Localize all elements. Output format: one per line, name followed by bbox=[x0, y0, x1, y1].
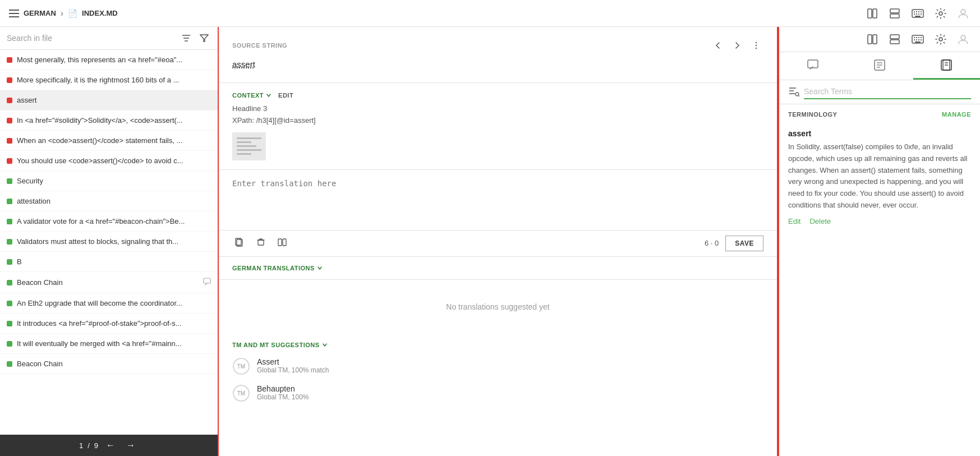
tm-icon: TM bbox=[232, 384, 250, 402]
svg-rect-33 bbox=[868, 35, 872, 44]
translation-input[interactable] bbox=[232, 179, 763, 224]
tm-item[interactable]: TM Behaupten Global TM, 100% bbox=[232, 384, 763, 402]
svg-rect-40 bbox=[918, 37, 919, 38]
status-dot bbox=[7, 239, 12, 245]
breadcrumb-project[interactable]: GERMAN bbox=[24, 9, 56, 17]
settings-button[interactable] bbox=[933, 6, 949, 21]
edit-link[interactable]: EDIT bbox=[278, 92, 293, 99]
list-item[interactable]: Security bbox=[0, 171, 218, 191]
list-item[interactable]: It introduces <a href="#proof-of-stake">… bbox=[0, 314, 218, 334]
context-section: CONTEXT EDIT Headline 3 XPath: /h3[4][@i… bbox=[219, 83, 777, 170]
source-string: assert bbox=[232, 59, 255, 71]
next-page-button[interactable]: → bbox=[123, 439, 139, 452]
prev-page-button[interactable]: ← bbox=[103, 439, 118, 452]
layout-icon2[interactable] bbox=[887, 31, 903, 47]
prev-string-button[interactable] bbox=[711, 38, 725, 53]
terminology-label: TERMINOLOGY bbox=[788, 111, 837, 118]
keyboard-icon2[interactable] bbox=[909, 33, 926, 46]
list-item[interactable]: B bbox=[0, 252, 218, 272]
list-item[interactable]: assert bbox=[0, 90, 218, 110]
tm-label[interactable]: TM AND MT SUGGESTIONS bbox=[232, 342, 763, 348]
breadcrumb-file[interactable]: INDEX.MD bbox=[82, 9, 118, 17]
keyboard-button[interactable] bbox=[909, 7, 926, 20]
right-search-bar bbox=[779, 80, 980, 104]
user-button[interactable] bbox=[955, 6, 971, 21]
list-item[interactable]: Most generally, this represents an <a hr… bbox=[0, 50, 218, 70]
svg-rect-7 bbox=[918, 11, 919, 12]
term-delete-button[interactable]: Delete bbox=[809, 217, 831, 225]
svg-rect-43 bbox=[916, 39, 917, 40]
list-item[interactable]: attestation bbox=[0, 191, 218, 211]
context-line2: XPath: /h3[4][@id=assert] bbox=[232, 115, 763, 127]
svg-text:TM: TM bbox=[237, 363, 245, 370]
svg-point-47 bbox=[939, 38, 942, 41]
terminology-header: TERMINOLOGY MANAGE bbox=[779, 104, 980, 122]
svg-rect-2 bbox=[890, 9, 899, 13]
term-actions: Edit Delete bbox=[788, 217, 971, 225]
next-string-button[interactable] bbox=[730, 38, 744, 53]
tab-comments[interactable] bbox=[779, 52, 846, 80]
layout-icon1[interactable] bbox=[864, 31, 880, 47]
list-item[interactable]: Validators must attest to blocks, signal… bbox=[0, 232, 218, 252]
svg-rect-0 bbox=[868, 9, 872, 18]
list-item[interactable]: A validator vote for a <a href="#beacon-… bbox=[0, 211, 218, 232]
more-options-button[interactable] bbox=[749, 38, 763, 53]
settings-icon2[interactable] bbox=[933, 31, 949, 47]
page-separator: / bbox=[88, 441, 90, 450]
string-text: B bbox=[17, 257, 211, 266]
list-item[interactable]: Beacon Chain bbox=[0, 354, 218, 374]
add-term-button[interactable] bbox=[788, 85, 799, 99]
context-info: Headline 3 XPath: /h3[4][@id=assert] bbox=[232, 103, 763, 127]
search-input[interactable] bbox=[7, 34, 175, 43]
layout2-button[interactable] bbox=[887, 6, 903, 21]
list-item[interactable]: When an <code>assert()</code> statement … bbox=[0, 131, 218, 151]
tab-history[interactable] bbox=[846, 52, 913, 80]
split-button[interactable] bbox=[275, 235, 289, 252]
svg-rect-11 bbox=[918, 13, 919, 15]
clear-button[interactable] bbox=[254, 235, 268, 252]
status-dot bbox=[7, 138, 12, 144]
context-image bbox=[232, 132, 266, 160]
menu-icon[interactable] bbox=[9, 10, 19, 17]
status-dot bbox=[7, 199, 12, 204]
string-list: Most generally, this represents an <a hr… bbox=[0, 50, 218, 435]
comments-tab-icon bbox=[807, 59, 819, 71]
string-text: A validator vote for a <a href="#beacon-… bbox=[17, 217, 211, 225]
img-line bbox=[237, 149, 261, 151]
copy-source-button[interactable] bbox=[232, 235, 247, 252]
filter-button[interactable] bbox=[197, 31, 211, 45]
translations-header: GERMAN TRANSLATIONS bbox=[219, 257, 777, 280]
manage-link[interactable]: MANAGE bbox=[942, 111, 971, 118]
status-dot bbox=[7, 118, 12, 123]
left-panel-header bbox=[0, 27, 218, 50]
translation-section bbox=[219, 170, 777, 231]
list-filter-button[interactable] bbox=[180, 31, 193, 45]
string-text: When an <code>assert()</code> statement … bbox=[17, 136, 211, 145]
translations-label[interactable]: GERMAN TRANSLATIONS bbox=[232, 265, 763, 271]
svg-rect-9 bbox=[914, 13, 915, 15]
list-item[interactable]: You should use <code>assert()</code> to … bbox=[0, 151, 218, 171]
svg-rect-26 bbox=[258, 240, 264, 245]
translation-toolbar: 6 · 0 SAVE bbox=[219, 231, 777, 257]
main-container: Most generally, this represents an <a hr… bbox=[0, 27, 980, 456]
user-icon2[interactable] bbox=[955, 31, 971, 47]
term-search-input[interactable] bbox=[804, 85, 971, 99]
status-dot bbox=[7, 301, 12, 306]
term-edit-button[interactable]: Edit bbox=[788, 217, 800, 225]
list-item[interactable]: In <a href="#solidity">Solidity</a>, <co… bbox=[0, 110, 218, 131]
list-item[interactable]: More specifically, it is the rightmost 1… bbox=[0, 70, 218, 90]
list-item[interactable]: It will eventually be merged with <a hre… bbox=[0, 334, 218, 354]
list-item[interactable]: An Eth2 upgrade that will become the coo… bbox=[0, 293, 218, 314]
string-text: More specifically, it is the rightmost 1… bbox=[17, 76, 211, 84]
svg-rect-27 bbox=[278, 239, 282, 246]
list-item[interactable]: Beacon Chain bbox=[0, 272, 218, 293]
save-button[interactable]: SAVE bbox=[725, 236, 763, 251]
svg-rect-12 bbox=[921, 13, 922, 15]
svg-rect-5 bbox=[914, 11, 915, 12]
tab-terminology[interactable] bbox=[913, 52, 980, 80]
layout1-button[interactable] bbox=[864, 6, 880, 21]
tm-item[interactable]: TM Assert Global TM, 100% match bbox=[232, 357, 763, 375]
file-icon: 📄 bbox=[68, 9, 77, 18]
svg-rect-44 bbox=[918, 39, 919, 40]
page-current: 1 bbox=[79, 441, 83, 450]
